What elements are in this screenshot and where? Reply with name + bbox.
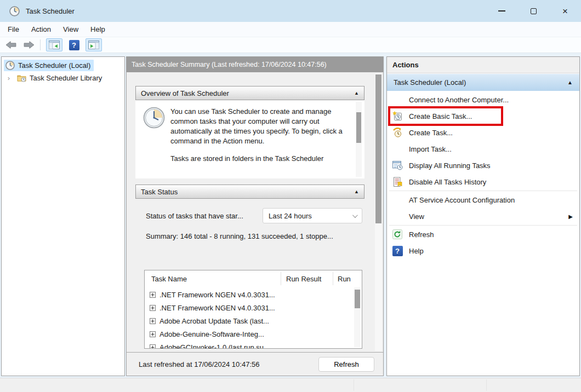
- actions-panel: Actions Task Scheduler (Local) ▲ Connect…: [386, 56, 580, 376]
- clock-icon: [5, 61, 15, 70]
- minimize-icon: [498, 10, 505, 11]
- collapse-arrow-icon[interactable]: ▲: [354, 189, 359, 194]
- maximize-icon: [531, 8, 537, 14]
- menu-file[interactable]: File: [0, 22, 25, 37]
- table-row[interactable]: .NET Framework NGEN v4.0.3031...: [145, 301, 362, 314]
- toolbar-separator: [40, 39, 41, 50]
- console-tree-icon: [49, 41, 60, 49]
- task-name: .NET Framework NGEN v4.0.3031...: [160, 291, 275, 299]
- forward-button[interactable]: [22, 39, 36, 50]
- tree-item-label: Task Scheduler (Local): [18, 61, 90, 70]
- task-name: Adobe-Genuine-Software-Integ...: [160, 330, 264, 338]
- chevron-right-icon[interactable]: ›: [5, 74, 13, 82]
- tree-item-task-scheduler-library[interactable]: › Task Scheduler Library: [2, 72, 124, 84]
- status-bar-divider: [354, 379, 354, 391]
- expand-icon[interactable]: [150, 318, 156, 324]
- actions-group-title: Task Scheduler (Local): [394, 78, 466, 87]
- column-run-result[interactable]: Run Result: [286, 275, 321, 283]
- create-task-icon: [392, 128, 403, 138]
- period-dropdown[interactable]: Last 24 hours: [263, 208, 362, 223]
- table-row[interactable]: Adobe Acrobat Update Task (last...: [145, 314, 362, 327]
- column-run-start[interactable]: Run: [338, 275, 354, 283]
- summary-footer: Last refreshed at 17/06/2024 10:47:56 Re…: [127, 352, 383, 376]
- create-basic-task-icon: [392, 111, 403, 122]
- action-import-task[interactable]: Import Task...: [387, 141, 579, 157]
- chevron-down-icon: [352, 212, 358, 218]
- summary-scrollbar[interactable]: [375, 73, 382, 351]
- overview-scrollbar[interactable]: [356, 102, 362, 177]
- expand-icon[interactable]: [150, 305, 156, 311]
- console-tree-panel: Task Scheduler (Local) › Task Scheduler …: [1, 56, 125, 376]
- refresh-icon: [392, 229, 402, 239]
- window-title: Task Scheduler: [26, 7, 75, 15]
- tree-item-label: Task Scheduler Library: [30, 74, 102, 82]
- table-scrollbar-thumb[interactable]: [355, 290, 360, 308]
- actions-separator: [389, 225, 577, 226]
- actions-separator: [389, 191, 577, 191]
- table-row[interactable]: .NET Framework NGEN v4.0.3031...: [145, 288, 362, 301]
- task-status-label: Status of tasks that have star...: [146, 212, 243, 220]
- collapse-arrow-icon[interactable]: ▲: [354, 90, 359, 96]
- close-icon: ×: [562, 7, 568, 16]
- column-task-name[interactable]: Task Name: [151, 275, 187, 283]
- action-connect-to-another-computer[interactable]: Connect to Another Computer...: [387, 91, 579, 108]
- overview-paragraph: You can use Task Scheduler to create and…: [170, 107, 351, 146]
- table-row[interactable]: AdobeGCInvoker-1.0 (last run su...: [145, 341, 362, 349]
- summary-panel: Task Scheduler Summary (Last refreshed: …: [126, 56, 384, 376]
- minimize-button[interactable]: [486, 0, 517, 22]
- action-view[interactable]: View ▶: [387, 208, 579, 224]
- tasks-history-icon: [393, 177, 402, 187]
- action-refresh[interactable]: Refresh: [387, 226, 579, 243]
- status-bar-divider: [486, 379, 487, 391]
- show-action-pane-button[interactable]: [86, 38, 102, 51]
- menu-action[interactable]: Action: [25, 22, 57, 37]
- menu-view[interactable]: View: [57, 22, 84, 37]
- action-at-service-account-configuration[interactable]: AT Service Account Configuration: [387, 192, 579, 208]
- back-arrow-icon: [5, 41, 17, 49]
- task-scheduler-clock-icon: [143, 107, 165, 129]
- menu-bar: File Action View Help: [0, 22, 581, 37]
- close-button[interactable]: ×: [549, 0, 581, 22]
- column-divider: [281, 272, 281, 285]
- maximize-button[interactable]: [517, 0, 549, 22]
- title-bar: Task Scheduler ×: [0, 0, 581, 22]
- overview-scrollbar-thumb[interactable]: [356, 112, 361, 143]
- forward-arrow-icon: [23, 41, 35, 49]
- show-console-tree-button[interactable]: [46, 38, 62, 51]
- action-display-all-running-tasks[interactable]: Display All Running Tasks: [387, 157, 579, 174]
- action-help[interactable]: ? Help: [387, 243, 579, 259]
- summary-scrollbar-thumb[interactable]: [375, 74, 381, 223]
- overview-section-header[interactable]: Overview of Task Scheduler ▲: [135, 86, 364, 100]
- task-name: AdobeGCInvoker-1.0 (last run su...: [160, 343, 270, 349]
- overview-paragraph-truncated: Tasks are stored in folders in the Task …: [170, 154, 351, 164]
- menu-help[interactable]: Help: [84, 22, 111, 37]
- expand-icon[interactable]: [150, 331, 156, 337]
- submenu-arrow-icon: ▶: [568, 214, 573, 220]
- task-name: .NET Framework NGEN v4.0.3031...: [160, 304, 275, 312]
- collapse-arrow-icon[interactable]: ▲: [567, 79, 573, 85]
- refresh-button[interactable]: Refresh: [318, 357, 374, 372]
- action-create-task[interactable]: Create Task...: [387, 124, 579, 141]
- expand-icon[interactable]: [150, 344, 156, 349]
- back-button[interactable]: [4, 39, 18, 50]
- overview-content: You can use Task Scheduler to create and…: [135, 100, 364, 178]
- library-folder-icon: [17, 73, 26, 83]
- help-toolbar-button[interactable]: ?: [66, 38, 82, 51]
- task-status-summary: Summary: 146 total - 8 running, 131 succ…: [146, 232, 333, 240]
- action-create-basic-task[interactable]: Create Basic Task...: [387, 108, 579, 124]
- actions-group-header[interactable]: Task Scheduler (Local) ▲: [387, 74, 579, 91]
- overview-text: You can use Task Scheduler to create and…: [170, 107, 351, 164]
- table-header-row: Task Name Run Result Run: [145, 270, 362, 287]
- expand-icon[interactable]: [150, 292, 156, 298]
- last-refreshed-text: Last refreshed at 17/06/2024 10:47:56: [139, 360, 259, 368]
- running-tasks-icon: [392, 161, 403, 170]
- summary-panel-header: Task Scheduler Summary (Last refreshed: …: [127, 57, 383, 72]
- help-icon: ?: [69, 40, 79, 50]
- actions-header: Actions: [387, 57, 579, 73]
- table-row[interactable]: Adobe-Genuine-Software-Integ...: [145, 327, 362, 341]
- tree-item-task-scheduler-local[interactable]: Task Scheduler (Local): [2, 59, 124, 71]
- task-status-section-header[interactable]: Task Status ▲: [135, 185, 364, 199]
- action-disable-all-tasks-history[interactable]: Disable All Tasks History: [387, 174, 579, 190]
- table-scrollbar[interactable]: [354, 287, 361, 347]
- overview-section-title: Overview of Task Scheduler: [141, 89, 229, 97]
